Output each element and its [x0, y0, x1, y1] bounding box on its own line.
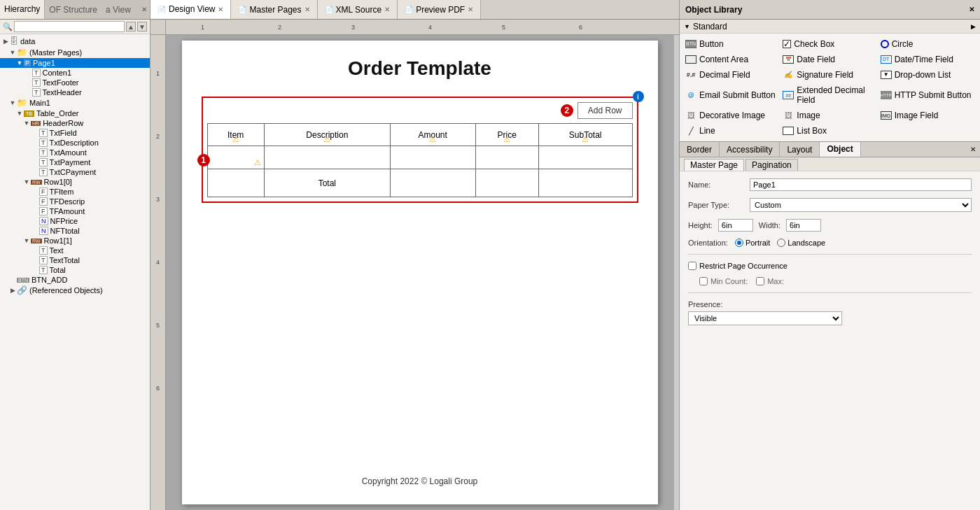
width-input[interactable]: [786, 219, 821, 232]
name-input[interactable]: [750, 178, 972, 191]
tree-item-text[interactable]: T Text: [0, 246, 150, 255]
tab-xml-source[interactable]: 📄 XML Source ✕: [318, 0, 398, 19]
tree-item-headerrow[interactable]: ▼ HR HeaderRow: [0, 118, 150, 128]
tree-search-input[interactable]: [14, 21, 125, 32]
paper-type-select[interactable]: Custom: [750, 198, 972, 212]
obj-button[interactable]: BTN Button: [684, 36, 780, 51]
restrict-checkbox[interactable]: [688, 262, 696, 270]
ruler-top: 1 2 3 4 5 6: [166, 20, 679, 35]
width-label: Width:: [759, 221, 780, 229]
of-structure-tab[interactable]: OF Structure: [45, 0, 102, 19]
tree-item-textfooter[interactable]: T TextFooter: [0, 78, 150, 87]
warn-icon-desc: ⚠: [323, 135, 330, 144]
tab-object[interactable]: Object: [820, 142, 860, 157]
tree-item-main1[interactable]: ▼ 📁 Main1: [0, 97, 150, 108]
add-row-button[interactable]: Add Row: [578, 102, 633, 119]
prop-size-row: Height: Width:: [688, 219, 972, 232]
paper-type-label: Paper Type:: [688, 201, 744, 209]
height-input[interactable]: [718, 219, 753, 232]
tab-preview-pdf[interactable]: 📄 Preview PDF ✕: [398, 0, 481, 19]
landscape-radio[interactable]: [777, 239, 785, 247]
warn-icon-price: ⚠: [503, 135, 510, 144]
obj-image[interactable]: 🖼 Image: [781, 108, 878, 123]
obj-datetime-field[interactable]: DT Date/Time Field: [879, 52, 976, 66]
canvas-scrollbar[interactable]: [673, 35, 679, 510]
line-icon: ╱: [685, 127, 696, 136]
tree-item-txtcpayment[interactable]: T TxtCPayment: [0, 167, 150, 177]
tree-item-txtdescription[interactable]: T TxtDescription: [0, 138, 150, 148]
restrict-row: Restrict Page Occurrence: [688, 262, 972, 270]
standard-label[interactable]: ▼ Standard ▶: [680, 20, 980, 34]
obj-date-field[interactable]: 📅 Date Field: [781, 52, 878, 66]
tree-item-total[interactable]: T Total: [0, 265, 150, 275]
tree-item-btn-add[interactable]: BTN BTN_ADD: [0, 275, 150, 285]
nav-up-arrow[interactable]: ▲: [126, 22, 136, 31]
radio-landscape[interactable]: Landscape: [777, 239, 825, 247]
divider-2: [688, 292, 972, 293]
tree-item-page1[interactable]: ▼ P Page1: [0, 58, 150, 68]
obj-signature-field[interactable]: ✍ Signature Field: [781, 67, 878, 82]
obj-content-area[interactable]: Content Area: [684, 52, 780, 66]
obj-checkbox[interactable]: ✓ Check Box: [781, 36, 878, 51]
obj-list-box[interactable]: List Box: [781, 124, 878, 139]
circle-icon: [881, 40, 889, 48]
obj-image-field[interactable]: IMG Image Field: [879, 108, 976, 123]
obj-circle[interactable]: Circle: [879, 36, 976, 51]
tree-item-tfitem[interactable]: F TFItem: [0, 187, 150, 197]
prop-name-row: Name:: [688, 178, 972, 191]
tree-item-tfamount[interactable]: F TFAmount: [0, 206, 150, 216]
object-library-close[interactable]: ✕: [969, 6, 974, 13]
radio-portrait[interactable]: Portrait: [735, 239, 770, 247]
tree-item-tfdescip[interactable]: F TFDescrip: [0, 197, 150, 206]
min-count-checkbox[interactable]: [699, 277, 708, 285]
left-panel-close[interactable]: ✕: [139, 0, 150, 19]
tree-item-conten1[interactable]: T Conten1: [0, 68, 150, 78]
tab-master-pages[interactable]: 📄 Master Pages ✕: [231, 0, 317, 19]
tree-item-nftotal[interactable]: N NFTtotal: [0, 226, 150, 236]
portrait-label: Portrait: [746, 239, 770, 247]
tree-item-txtpayment[interactable]: T TxtPayment: [0, 157, 150, 167]
table-section: i 2 Add Row 1: [202, 97, 638, 203]
height-label: Height:: [688, 221, 713, 229]
tree-item-texttotal[interactable]: T TextTotal: [0, 255, 150, 265]
expand-right-icon[interactable]: ▶: [971, 23, 976, 30]
max-checkbox[interactable]: [756, 277, 764, 285]
obj-dropdown-list[interactable]: ▼ Drop-down List: [879, 67, 976, 82]
tree-item-data[interactable]: ▶ 🗄 data: [0, 36, 150, 47]
warn-icon-row-subtotal: ⚠: [254, 158, 261, 167]
tree-item-nfprice[interactable]: N NFPrice: [0, 216, 150, 226]
tab-accessibility[interactable]: Accessibility: [720, 142, 780, 157]
obj-email-submit[interactable]: @ Email Submit Button: [684, 83, 780, 107]
props-close-btn[interactable]: ✕: [966, 142, 980, 157]
presence-select[interactable]: Visible: [688, 311, 842, 325]
decimal-field-icon: #.#: [685, 71, 696, 78]
tree-item-row1-1[interactable]: ▼ RW Row1[1]: [0, 236, 150, 246]
tree-search-bar: 🔍 ▲ ▼: [0, 20, 150, 34]
obj-decorative-image[interactable]: 🖼 Decorative Image: [684, 108, 780, 123]
subtab-master-page[interactable]: Master Page: [684, 159, 744, 171]
nav-down-arrow[interactable]: ▼: [137, 22, 147, 31]
tree-item-txtfield[interactable]: T TxtField: [0, 128, 150, 138]
tree-item-master-pages[interactable]: ▼ 📁 (Master Pages): [0, 47, 150, 58]
signature-field-icon: ✍: [783, 71, 794, 78]
info-icon[interactable]: i: [633, 91, 644, 102]
tab-design-view[interactable]: 📄 Design View ✕: [150, 0, 231, 19]
tab-layout[interactable]: Layout: [780, 142, 820, 157]
tree-item-txtamount[interactable]: T TxtAmount: [0, 148, 150, 157]
portrait-radio[interactable]: [735, 239, 743, 247]
datetime-field-icon: DT: [881, 55, 892, 64]
obj-line[interactable]: ╱ Line: [684, 124, 780, 139]
canvas-scroll-area[interactable]: Order Template i 2 Add Row: [166, 35, 673, 510]
tree-item-ref-objects[interactable]: ▶ 🔗 (Referenced Objects): [0, 285, 150, 296]
subtab-pagination[interactable]: Pagination: [746, 159, 798, 171]
minmax-row: Min Count: Max:: [688, 277, 972, 285]
a-view-tab[interactable]: a View: [102, 0, 135, 19]
obj-decimal-field[interactable]: #.# Decimal Field: [684, 67, 780, 82]
hierarchy-tab[interactable]: Hierarchy: [0, 0, 45, 19]
tab-border[interactable]: Border: [680, 142, 720, 157]
obj-http-submit[interactable]: HTTP HTTP Submit Button: [879, 83, 976, 107]
tree-item-table-order[interactable]: ▼ TB Table_Order: [0, 108, 150, 118]
tree-item-textheader[interactable]: T TextHeader: [0, 87, 150, 97]
tree-item-row1-0[interactable]: ▼ RW Row1[0]: [0, 177, 150, 187]
obj-ext-decimal[interactable]: ## Extended Decimal Field: [781, 83, 878, 107]
